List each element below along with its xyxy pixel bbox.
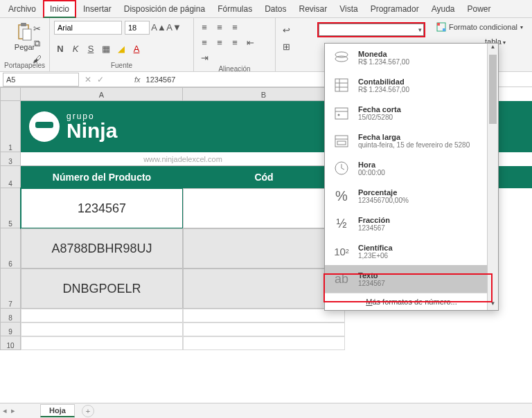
format-scientific[interactable]: 102 Científica1,23E+06: [325, 237, 498, 265]
row-header-4[interactable]: 4: [0, 166, 21, 188]
indent-increase-icon[interactable]: ⇥: [198, 51, 211, 64]
format-currency[interactable]: MonedaR$ 1.234.567,00: [325, 44, 498, 71]
column-header-B[interactable]: B: [183, 87, 345, 101]
cell-A9[interactable]: [21, 322, 183, 336]
wrap-text-icon[interactable]: ↩: [280, 24, 292, 36]
cell-B10[interactable]: [183, 336, 345, 350]
menu-page-layout[interactable]: Disposición de página: [118, 1, 211, 17]
cell-B7[interactable]: [183, 269, 345, 309]
copy-icon[interactable]: ⧉: [30, 37, 43, 50]
menu-view[interactable]: Vista: [334, 1, 363, 17]
menu-data[interactable]: Datos: [259, 1, 292, 17]
bold-button[interactable]: N: [54, 43, 66, 55]
name-box[interactable]: A5: [3, 73, 79, 87]
cell-A7[interactable]: DNBGPOELR: [21, 269, 183, 309]
coin-icon: [332, 48, 351, 67]
underline-button[interactable]: S: [85, 43, 97, 55]
merge-icon[interactable]: ⊞: [280, 40, 292, 53]
format-percent[interactable]: % Porcentaje123456700,00%: [325, 182, 498, 210]
format-time[interactable]: Hora00:00:00: [325, 154, 498, 182]
menu-inicio[interactable]: Inicio: [43, 0, 76, 18]
cut-icon[interactable]: ✂: [30, 22, 43, 35]
align-center-icon[interactable]: ≡: [213, 36, 226, 48]
tab-prev-icon[interactable]: ◂: [3, 406, 7, 415]
font-family-select[interactable]: [54, 21, 122, 35]
scroll-up-icon[interactable]: ▲: [488, 44, 498, 53]
cell-B5[interactable]: [183, 188, 345, 228]
row-header-5[interactable]: 5: [0, 188, 21, 228]
scrollbar[interactable]: ▲ ▼: [487, 44, 498, 310]
ribbon-group-alignment: ≡ ≡ ≡ ≡ ≡ ≡ ⇤ ⇥ Alineación: [194, 18, 276, 71]
align-middle-icon[interactable]: ≡: [213, 21, 226, 33]
row-header-6[interactable]: 6: [0, 228, 21, 269]
format-name: Fracción: [358, 216, 390, 224]
cell-B9[interactable]: [183, 322, 345, 336]
cell-A5[interactable]: 1234567: [21, 188, 183, 228]
menu-developer[interactable]: Programador: [365, 1, 425, 17]
row-header-10[interactable]: 10: [0, 336, 21, 350]
indent-decrease-icon[interactable]: ⇤: [244, 36, 256, 48]
select-all-corner[interactable]: [0, 87, 21, 101]
calendar-range-icon: [332, 131, 351, 150]
format-name: Científica: [358, 244, 393, 252]
fill-color-icon[interactable]: ◢: [115, 43, 127, 55]
conditional-formatting-label: Formato condicional: [449, 23, 517, 31]
format-name: Moneda: [358, 50, 409, 58]
increase-font-icon[interactable]: A▲: [152, 21, 165, 33]
menu-power[interactable]: Power: [462, 1, 497, 17]
cell-A8[interactable]: [21, 309, 183, 322]
align-top-icon[interactable]: ≡: [198, 21, 211, 33]
format-sample: 00:00:00: [358, 169, 385, 176]
font-size-select[interactable]: [125, 21, 150, 35]
row-header-3[interactable]: 3: [0, 152, 21, 166]
svg-rect-17: [337, 141, 346, 145]
format-painter-icon[interactable]: 🖌: [30, 53, 43, 65]
format-fraction[interactable]: ½ Fracción1234567: [325, 210, 498, 237]
menu-help[interactable]: Ayuda: [426, 1, 461, 17]
number-format-dropdown[interactable]: ▾: [317, 22, 425, 37]
number-format-menu: ▲ ▼ MonedaR$ 1.234.567,00 ContabilidadR$…: [324, 43, 499, 311]
ribbon-group-clipboard: Pegar ✂ ⧉ 🖌 Portapapeles: [0, 18, 50, 71]
cell-B8[interactable]: [183, 309, 345, 322]
formula-value[interactable]: 1234567: [146, 75, 176, 84]
cell-A6[interactable]: A8788DBHR98UJ: [21, 228, 183, 269]
format-accounting[interactable]: ContabilidadR$ 1.234.567,00: [325, 71, 498, 99]
conditional-formatting-button[interactable]: Formato condicional ▾: [436, 22, 523, 32]
format-sample: 1,23E+06: [358, 252, 393, 260]
cell-B6[interactable]: [183, 228, 345, 269]
row-header-1[interactable]: 1: [0, 101, 21, 152]
format-short-date[interactable]: Fecha corta15/02/5280: [325, 99, 498, 127]
scroll-thumb[interactable]: [489, 55, 497, 124]
ninja-logo-icon: [29, 111, 60, 142]
svg-rect-5: [443, 28, 445, 31]
align-left-icon[interactable]: ≡: [198, 36, 211, 48]
italic-button[interactable]: K: [69, 43, 82, 55]
ribbon-group-wrap: ↩ ⊞: [276, 18, 306, 71]
table-grid-icon: [436, 22, 446, 32]
format-sample: 1234567: [358, 224, 390, 232]
decrease-font-icon[interactable]: A▼: [168, 21, 180, 33]
align-bottom-icon[interactable]: ≡: [229, 21, 241, 33]
align-right-icon[interactable]: ≡: [229, 36, 241, 48]
formula-enter-icon[interactable]: ✓: [94, 75, 107, 84]
fx-icon[interactable]: fx: [107, 75, 146, 84]
format-long-date[interactable]: Fecha largaquinta-feira, 15 de fevereiro…: [325, 127, 498, 154]
menu-review[interactable]: Revisar: [294, 1, 333, 17]
row-header-8[interactable]: 8: [0, 309, 21, 322]
menu-insertar[interactable]: Insertar: [78, 1, 117, 17]
row-header-9[interactable]: 9: [0, 322, 21, 336]
tab-next-icon[interactable]: ▸: [11, 406, 15, 415]
font-color-icon[interactable]: A: [130, 43, 143, 55]
add-sheet-button[interactable]: +: [82, 405, 94, 417]
column-header-A[interactable]: A: [21, 87, 183, 101]
format-name: Hora: [358, 161, 385, 169]
menu-archivo[interactable]: Archivo: [3, 1, 42, 17]
cell-A10[interactable]: [21, 336, 183, 350]
formula-cancel-icon[interactable]: ✕: [82, 75, 94, 84]
row-header-7[interactable]: 7: [0, 269, 21, 309]
borders-icon[interactable]: ▦: [100, 43, 112, 55]
format-sample: quinta-feira, 15 de fevereiro de 5280: [358, 141, 470, 149]
menu-formulas[interactable]: Fórmulas: [212, 1, 258, 17]
sheet-tab-hoja[interactable]: Hoja: [40, 404, 75, 417]
svg-rect-8: [335, 79, 348, 91]
